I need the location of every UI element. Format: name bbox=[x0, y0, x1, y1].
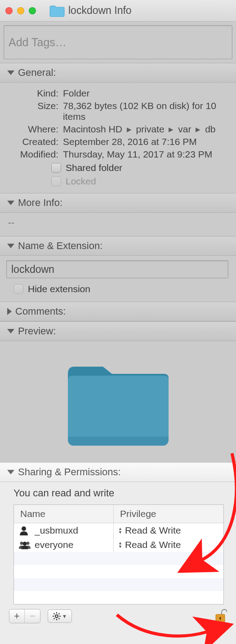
shared-folder-checkbox[interactable] bbox=[51, 163, 61, 173]
svg-point-0 bbox=[22, 526, 26, 531]
action-menu-button[interactable]: ▼ bbox=[48, 609, 72, 623]
section-title: General: bbox=[18, 67, 56, 79]
where-value: Macintosh HD ▸ private ▸ var ▸ db bbox=[63, 124, 230, 135]
svg-rect-16 bbox=[220, 618, 221, 620]
kind-value: Folder bbox=[63, 88, 230, 99]
column-header-name[interactable]: Name bbox=[14, 505, 114, 523]
minimize-button[interactable] bbox=[17, 7, 24, 14]
table-empty-area bbox=[14, 552, 223, 604]
section-title: Name & Extension: bbox=[18, 240, 102, 252]
table-row[interactable]: _usbmuxd ▲▼ Read & Write bbox=[14, 523, 223, 538]
size-label: Size: bbox=[6, 101, 58, 122]
disclosure-triangle-icon bbox=[7, 201, 14, 205]
group-silhouette-icon bbox=[18, 540, 31, 550]
disclosure-triangle-icon bbox=[7, 470, 14, 474]
disclosure-triangle-icon bbox=[7, 329, 14, 333]
section-header-general[interactable]: General: bbox=[0, 63, 236, 83]
section-title: More Info: bbox=[18, 197, 62, 209]
add-button[interactable]: + bbox=[9, 609, 25, 623]
hide-extension-checkbox[interactable] bbox=[13, 284, 23, 294]
window-title: lockdown Info bbox=[68, 4, 132, 17]
table-row[interactable]: everyone ▲▼ Read & Write bbox=[14, 538, 223, 552]
where-label: Where: bbox=[6, 124, 58, 135]
svg-point-3 bbox=[23, 542, 27, 546]
svg-line-9 bbox=[54, 613, 55, 614]
svg-line-10 bbox=[58, 618, 59, 619]
sharing-body: You can read and write Name Privilege _u… bbox=[0, 482, 236, 606]
shared-folder-label: Shared folder bbox=[66, 162, 122, 173]
folder-icon bbox=[49, 4, 65, 17]
locked-checkbox[interactable] bbox=[51, 176, 61, 186]
created-label: Created: bbox=[6, 136, 58, 147]
section-title: Sharing & Permissions: bbox=[18, 466, 121, 478]
table-header: Name Privilege bbox=[14, 505, 223, 523]
section-header-sharing[interactable]: Sharing & Permissions: bbox=[0, 462, 236, 482]
path-separator-icon: ▸ bbox=[196, 124, 200, 134]
locked-label: Locked bbox=[66, 176, 96, 187]
moreinfo-body: -- bbox=[0, 213, 236, 236]
hide-extension-label: Hide extension bbox=[28, 284, 90, 294]
section-header-nameext[interactable]: Name & Extension: bbox=[0, 236, 236, 256]
section-header-preview[interactable]: Preview: bbox=[0, 321, 236, 341]
created-value: September 28, 2016 at 7:16 PM bbox=[63, 136, 230, 147]
modified-value: Thursday, May 11, 2017 at 9:23 PM bbox=[63, 149, 230, 160]
svg-line-11 bbox=[58, 613, 59, 614]
preview-body bbox=[0, 341, 236, 462]
disclosure-triangle-icon bbox=[7, 308, 12, 315]
permissions-message: You can read and write bbox=[13, 487, 227, 499]
titlebar: lockdown Info bbox=[0, 0, 236, 22]
path-separator-icon: ▸ bbox=[127, 124, 132, 134]
disclosure-triangle-icon bbox=[7, 244, 14, 248]
stepper-icon: ▲▼ bbox=[118, 541, 122, 548]
close-button[interactable] bbox=[5, 7, 13, 14]
user-name: _usbmuxd bbox=[35, 525, 78, 536]
path-separator-icon: ▸ bbox=[169, 124, 174, 134]
add-remove-segmented: + − bbox=[9, 609, 40, 623]
user-silhouette-icon bbox=[18, 526, 31, 535]
name-input[interactable] bbox=[6, 260, 228, 278]
remove-button[interactable]: − bbox=[25, 609, 40, 623]
kind-label: Kind: bbox=[6, 88, 58, 99]
path-segment: private bbox=[136, 124, 165, 134]
svg-line-12 bbox=[54, 618, 55, 619]
permissions-table: Name Privilege _usbmuxd ▲▼ Read & Write bbox=[13, 504, 224, 605]
privilege-value[interactable]: Read & Write bbox=[125, 539, 181, 550]
svg-point-1 bbox=[20, 542, 23, 545]
window-controls bbox=[5, 7, 36, 14]
svg-point-4 bbox=[55, 615, 58, 618]
tags-input[interactable] bbox=[4, 25, 232, 59]
moreinfo-value: -- bbox=[8, 217, 14, 228]
modified-label: Modified: bbox=[6, 149, 58, 160]
folder-preview-icon bbox=[65, 358, 171, 447]
gear-icon bbox=[53, 612, 61, 620]
user-name: everyone bbox=[35, 539, 73, 550]
path-segment: db bbox=[205, 124, 215, 134]
section-header-comments[interactable]: Comments: bbox=[0, 302, 236, 321]
tags-area bbox=[0, 22, 236, 63]
path-segment: Macintosh HD bbox=[63, 124, 122, 134]
path-segment: var bbox=[178, 124, 191, 134]
disclosure-triangle-icon bbox=[7, 70, 14, 75]
chevron-down-icon: ▼ bbox=[62, 613, 67, 619]
column-header-privilege[interactable]: Privilege bbox=[114, 505, 223, 523]
stepper-icon: ▲▼ bbox=[118, 527, 122, 534]
privilege-value[interactable]: Read & Write bbox=[125, 525, 181, 536]
zoom-button[interactable] bbox=[29, 7, 36, 14]
general-body: Kind: Folder Size: 78,362 bytes (102 KB … bbox=[0, 83, 236, 193]
svg-point-2 bbox=[27, 542, 30, 545]
size-value: 78,362 bytes (102 KB on disk) for 10 ite… bbox=[63, 101, 230, 122]
section-title: Comments: bbox=[15, 306, 66, 317]
lock-icon[interactable] bbox=[214, 609, 227, 623]
section-header-moreinfo[interactable]: More Info: bbox=[0, 193, 236, 213]
section-title: Preview: bbox=[18, 325, 56, 337]
footer: + − ▼ bbox=[0, 606, 236, 628]
